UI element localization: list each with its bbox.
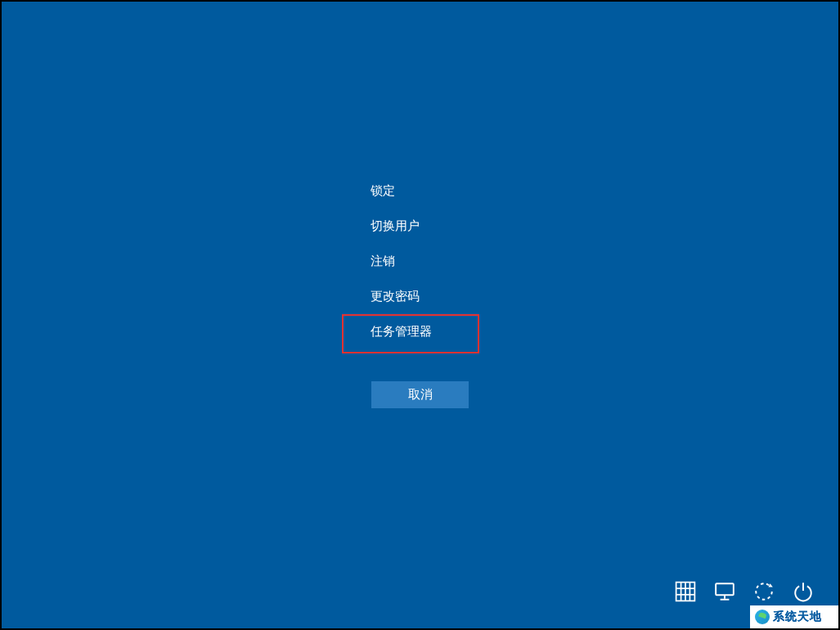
svg-rect-6 [716,583,734,595]
switch-user-option[interactable]: 切换用户 [341,209,488,244]
network-icon[interactable] [714,581,735,602]
cancel-button[interactable]: 取消 [371,381,469,408]
security-options-menu: 锁定 切换用户 注销 更改密码 任务管理器 [341,173,488,349]
watermark-badge: 系统天地 [750,605,838,628]
ime-pinyin-icon[interactable] [675,581,696,602]
power-icon[interactable] [793,581,814,602]
watermark-globe-icon [755,610,770,624]
task-manager-option[interactable]: 任务管理器 [341,314,488,349]
security-options-screen: 锁定 切换用户 注销 更改密码 任务管理器 取消 [2,2,838,628]
lock-option[interactable]: 锁定 [341,173,488,209]
ease-of-access-icon[interactable] [753,581,775,602]
sign-out-option[interactable]: 注销 [341,244,488,279]
system-tray [675,581,814,602]
watermark-text: 系统天地 [773,610,822,624]
change-password-option[interactable]: 更改密码 [341,279,488,314]
